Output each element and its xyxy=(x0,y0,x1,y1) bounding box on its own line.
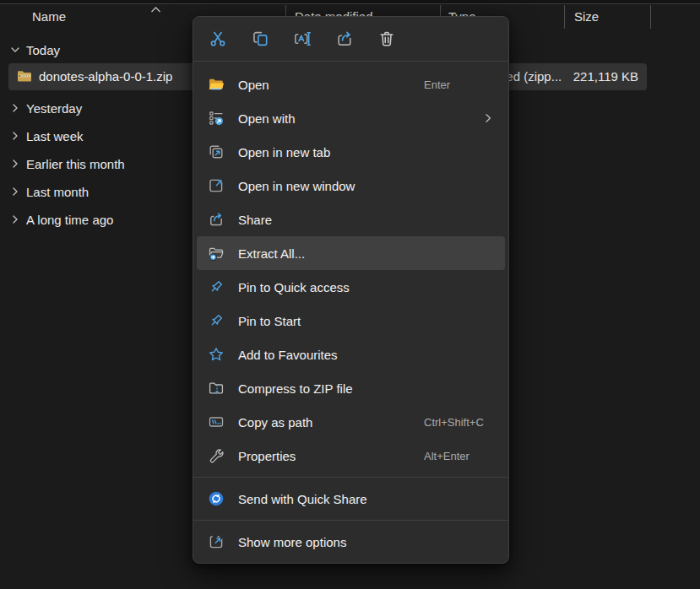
pin-icon xyxy=(208,312,225,329)
menu-item-label: Show more options xyxy=(238,535,346,549)
menu-item-label: Pin to Start xyxy=(238,314,301,328)
copy-button[interactable] xyxy=(251,30,269,48)
show-more-icon xyxy=(208,533,225,550)
rename-icon xyxy=(293,30,312,48)
group-label: Yesterday xyxy=(26,101,82,116)
compress-zip-icon xyxy=(208,380,225,397)
extract-all-icon xyxy=(208,245,225,262)
chevron-right-icon[interactable] xyxy=(9,158,21,170)
menu-item-open-with[interactable]: Open with xyxy=(197,101,505,135)
chevron-down-icon[interactable] xyxy=(9,44,21,56)
zip-folder-icon xyxy=(17,69,33,84)
menu-item-properties[interactable]: PropertiesAlt+Enter xyxy=(197,439,505,473)
file-size: 221,119 KB xyxy=(573,63,638,90)
menu-item-open-in-new-window[interactable]: Open in new window xyxy=(197,169,505,203)
delete-button[interactable] xyxy=(377,30,396,48)
menu-item-label: Add to Favourites xyxy=(238,348,338,362)
chevron-right-icon[interactable] xyxy=(9,130,21,142)
open-new-window-icon xyxy=(208,177,225,194)
star-icon xyxy=(208,346,225,363)
column-header-border xyxy=(0,3,700,4)
copy-icon xyxy=(251,30,269,48)
sort-ascending-icon xyxy=(149,1,162,8)
pin-icon xyxy=(208,278,225,295)
menu-item-label: Extract All... xyxy=(238,246,305,261)
menu-item-add-to-favourites[interactable]: Add to Favourites xyxy=(197,338,505,371)
wrench-icon xyxy=(208,447,225,464)
column-separator[interactable] xyxy=(564,5,565,29)
delete-icon xyxy=(377,30,396,48)
group-label: Last month xyxy=(26,185,89,199)
context-menu: OpenEnter Open with Open in new tab Open… xyxy=(193,16,509,564)
rename-button[interactable] xyxy=(293,30,312,48)
group-label: Last week xyxy=(26,129,84,143)
menu-item-share[interactable]: Share xyxy=(197,203,505,236)
copy-path-icon xyxy=(208,413,225,430)
menu-item-extract-all[interactable]: Extract All... xyxy=(197,236,505,270)
menu-item-label: Send with Quick Share xyxy=(238,492,367,506)
share-button[interactable] xyxy=(335,30,354,48)
menu-item-send-with-quick-share[interactable]: Send with Quick Share xyxy=(197,482,505,516)
column-header-size[interactable]: Size xyxy=(574,9,599,24)
chevron-right-icon[interactable] xyxy=(9,213,21,225)
menu-item-label: Compress to ZIP file xyxy=(238,381,353,396)
open-new-tab-icon xyxy=(208,143,225,160)
menu-item-label: Open in new window xyxy=(238,179,355,193)
menu-divider xyxy=(193,477,508,478)
menu-item-label: Open xyxy=(238,78,269,92)
menu-item-pin-to-quick-access[interactable]: Pin to Quick access xyxy=(197,270,505,304)
submenu-chevron-icon xyxy=(482,112,494,124)
group-label: Today xyxy=(26,43,60,57)
menu-item-open-in-new-tab[interactable]: Open in new tab xyxy=(197,135,505,169)
column-separator[interactable] xyxy=(650,5,651,29)
menu-item-label: Copy as path xyxy=(238,415,312,430)
context-menu-items: OpenEnter Open with Open in new tab Open… xyxy=(193,62,508,563)
menu-item-label: Open in new tab xyxy=(238,145,330,159)
menu-item-show-more-options[interactable]: Show more options xyxy=(197,525,505,559)
menu-item-open[interactable]: OpenEnter xyxy=(197,68,505,101)
menu-item-label: Open with xyxy=(238,111,296,126)
share-icon xyxy=(208,211,225,228)
menu-item-label: Properties xyxy=(238,449,296,463)
context-menu-toolbar xyxy=(193,17,508,61)
quick-share-icon xyxy=(208,490,225,507)
group-label: A long time ago xyxy=(26,213,113,227)
menu-item-shortcut: Enter xyxy=(424,78,450,91)
menu-item-shortcut: Alt+Enter xyxy=(424,450,469,462)
menu-item-copy-as-path[interactable]: Copy as pathCtrl+Shift+C xyxy=(197,405,505,439)
share-icon xyxy=(335,30,354,48)
menu-item-label: Share xyxy=(238,213,272,227)
folder-open-icon xyxy=(208,76,225,93)
menu-divider xyxy=(193,520,508,521)
menu-item-shortcut: Ctrl+Shift+C xyxy=(424,416,484,429)
menu-item-label: Pin to Quick access xyxy=(238,280,350,294)
screenshot-root: Name Date modified Type Size TodayYester… xyxy=(0,0,700,589)
menu-item-pin-to-start[interactable]: Pin to Start xyxy=(197,304,505,338)
group-label: Earlier this month xyxy=(26,157,125,171)
open-with-icon xyxy=(208,110,225,127)
column-header-name[interactable]: Name xyxy=(32,9,66,24)
cut-icon xyxy=(209,30,227,48)
menu-item-compress-to-zip-file[interactable]: Compress to ZIP file xyxy=(197,371,505,405)
file-name: donotes-alpha-0-0-1.zip xyxy=(39,63,172,90)
cut-button[interactable] xyxy=(209,30,227,48)
chevron-right-icon[interactable] xyxy=(9,186,21,197)
chevron-right-icon[interactable] xyxy=(9,102,21,114)
